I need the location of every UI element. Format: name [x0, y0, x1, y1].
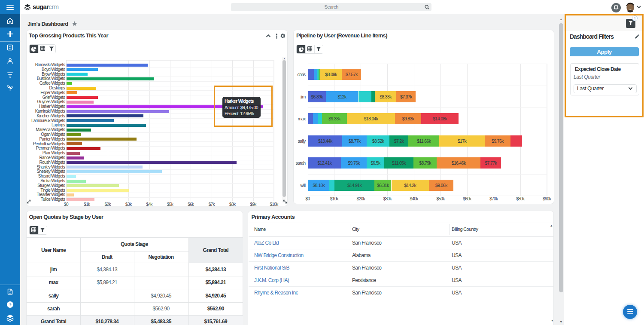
svg-text:?: ? — [9, 302, 12, 307]
